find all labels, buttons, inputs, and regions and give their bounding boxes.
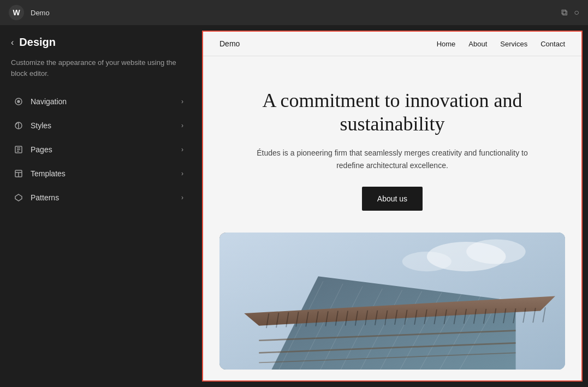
patterns-chevron: › [181,194,183,201]
hero-title: A commitment to innovation and sustainab… [229,89,556,136]
patterns-icon [13,192,24,203]
navigation-chevron: › [181,98,183,105]
sidebar-header: ‹ Design [0,25,197,57]
pages-label: Pages [31,145,52,154]
wp-icon: W [13,8,20,17]
main-layout: ‹ Design Customize the appearance of you… [0,25,588,387]
sidebar: ‹ Design Customize the appearance of you… [0,25,197,387]
pages-icon [13,144,24,155]
sidebar-item-templates[interactable]: Templates › [2,162,194,186]
nav-contact[interactable]: Contact [541,40,565,48]
cta-button[interactable]: About us [362,187,423,211]
site-name: Demo [31,9,50,17]
pages-chevron: › [181,146,183,153]
navigation-icon [13,96,24,107]
patterns-label: Patterns [31,193,59,202]
sidebar-item-patterns[interactable]: Patterns › [2,186,194,210]
sidebar-item-styles[interactable]: Styles › [2,114,194,138]
sidebar-description: Customize the appearance of your website… [0,57,197,90]
nav-home[interactable]: Home [437,40,456,48]
external-link-icon[interactable]: ⧉ [561,8,567,17]
top-bar: W Demo ⧉ ○ [0,0,588,25]
preview-area: Demo Home About Services Contact A commi… [197,25,588,387]
building-image [219,233,565,370]
styles-label: Styles [31,121,51,130]
svg-point-13 [402,252,452,271]
site-nav: Demo Home About Services Contact [203,32,581,56]
nav-about[interactable]: About [468,40,487,48]
nav-services[interactable]: Services [500,40,527,48]
svg-point-1 [17,100,20,103]
templates-label: Templates [31,169,66,178]
site-nav-links: Home About Services Contact [437,40,565,48]
svg-marker-9 [15,194,22,201]
building-svg [219,233,565,370]
back-button[interactable]: ‹ [11,38,14,47]
sidebar-item-navigation[interactable]: Navigation › [2,90,194,114]
hero-section: A commitment to innovation and sustainab… [203,56,581,233]
site-logo: Demo [219,39,240,48]
preview-frame: Demo Home About Services Contact A commi… [202,31,583,382]
navigation-label: Navigation [31,97,67,106]
wp-logo[interactable]: W [9,5,24,20]
top-bar-actions: ⧉ ○ [561,8,579,17]
svg-point-12 [466,240,526,264]
hero-subtitle: Études is a pioneering firm that seamles… [256,147,529,171]
sidebar-title: Design [19,36,56,49]
sidebar-menu: Navigation › Styles › [0,90,197,210]
styles-chevron: › [181,122,183,129]
sidebar-item-pages[interactable]: Pages › [2,138,194,162]
templates-chevron: › [181,170,183,177]
templates-icon [13,168,24,179]
search-icon[interactable]: ○ [574,8,579,17]
styles-icon [13,120,24,131]
